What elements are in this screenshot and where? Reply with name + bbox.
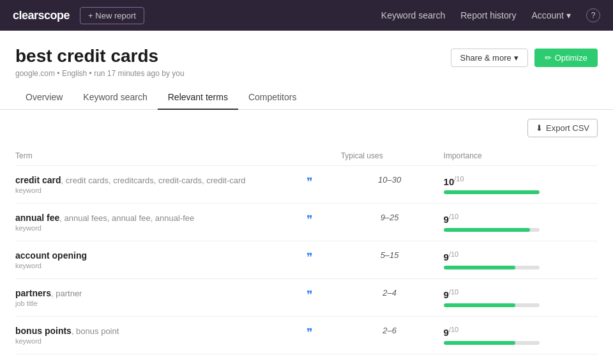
term-variants: , bonus point (72, 326, 119, 336)
navbar: clearscope + New report Keyword search R… (0, 0, 613, 31)
logo: clearscope (13, 9, 70, 22)
quote-icon[interactable]: ❞ (306, 176, 313, 188)
nav-help-button[interactable]: ? (586, 8, 600, 22)
term-variants: , annual fees, annual fee, annual-fee (59, 213, 194, 223)
progress-bar (444, 341, 540, 345)
typical-uses-cell: 2–6 (341, 317, 444, 354)
th-importance: Importance (444, 146, 598, 166)
importance-cell: 9/10 (444, 241, 598, 279)
importance-cell: 9/10 (444, 317, 598, 354)
page-title: best credit cards (15, 46, 185, 66)
export-csv-button[interactable]: ⬇ Export CSV (527, 119, 598, 137)
progress-bar-fill (444, 266, 516, 269)
terms-table: Term Typical uses Importance credit card… (15, 146, 598, 354)
nav-links: Keyword search Report history Account ▾ … (381, 8, 600, 22)
tab-overview[interactable]: Overview (15, 86, 73, 110)
table-row: partners, partnerjob title❞2–4 9/10 (15, 279, 598, 317)
new-report-button[interactable]: + New report (80, 7, 144, 24)
quote-cell[interactable]: ❞ (306, 317, 341, 354)
term-cell: account openingkeyword (15, 241, 306, 279)
term-tag: keyword (15, 262, 301, 269)
quote-cell[interactable]: ❞ (306, 279, 341, 317)
term-variants: , credit cards, creditcards, credit-card… (61, 176, 246, 185)
progress-bar (444, 303, 540, 307)
importance-score: 9/10 (444, 250, 593, 266)
table-row: credit card, credit cards, creditcards, … (15, 166, 598, 204)
term-name: bonus points (15, 326, 72, 336)
progress-bar (444, 190, 540, 194)
term-tag: keyword (15, 337, 301, 345)
quote-icon[interactable]: ❞ (306, 289, 313, 301)
term-name: partners (15, 288, 51, 298)
table-row: annual fee, annual fees, annual fee, ann… (15, 204, 598, 241)
importance-score: 9/10 (444, 213, 593, 228)
importance-score: 10/10 (444, 175, 593, 190)
progress-bar-fill (444, 228, 530, 232)
progress-bar (444, 266, 540, 269)
header-actions: Share & more ▾ ✏ Optimize (451, 49, 598, 67)
toolbar: ⬇ Export CSV (15, 110, 598, 146)
importance-cell: 9/10 (444, 204, 598, 241)
term-cell: bonus points, bonus pointkeyword (15, 317, 306, 354)
th-quote (306, 146, 341, 166)
quote-cell[interactable]: ❞ (306, 166, 341, 204)
page-header: best credit cards google.com • English •… (0, 31, 613, 86)
term-name: account opening (15, 250, 87, 261)
term-cell: credit card, credit cards, creditcards, … (15, 166, 306, 204)
quote-icon[interactable]: ❞ (306, 213, 313, 226)
term-tag: keyword (15, 186, 301, 194)
share-button[interactable]: Share & more ▾ (451, 49, 528, 67)
typical-uses-cell: 2–4 (341, 279, 444, 317)
term-variants: , partner (51, 289, 82, 298)
term-cell: annual fee, annual fees, annual fee, ann… (15, 204, 306, 241)
nav-report-history[interactable]: Report history (460, 10, 516, 20)
term-tag: keyword (15, 224, 301, 232)
progress-bar-fill (444, 303, 516, 307)
progress-bar (444, 228, 540, 232)
th-typical-uses: Typical uses (341, 146, 444, 166)
importance-cell: 10/10 (444, 166, 598, 204)
content-area: ⬇ Export CSV Term Typical uses Importanc… (0, 110, 613, 354)
progress-bar-fill (444, 190, 540, 194)
term-tag: job title (15, 300, 301, 307)
table-row: bonus points, bonus pointkeyword❞2–6 9/1… (15, 317, 598, 354)
page-meta: google.com • English • run 17 minutes ag… (15, 69, 185, 78)
table-header-row: Term Typical uses Importance (15, 146, 598, 166)
table-row: account openingkeyword❞5–15 9/10 (15, 241, 598, 279)
importance-score: 9/10 (444, 326, 593, 341)
nav-account[interactable]: Account ▾ (531, 10, 571, 20)
importance-cell: 9/10 (444, 279, 598, 317)
term-cell: partners, partnerjob title (15, 279, 306, 317)
quote-cell[interactable]: ❞ (306, 241, 341, 279)
progress-bar-fill (444, 341, 516, 345)
quote-cell[interactable]: ❞ (306, 204, 341, 241)
typical-uses-cell: 5–15 (341, 241, 444, 279)
typical-uses-cell: 10–30 (341, 166, 444, 204)
tab-relevant-terms[interactable]: Relevant terms (158, 86, 238, 110)
quote-icon[interactable]: ❞ (306, 326, 313, 339)
importance-score: 9/10 (444, 288, 593, 303)
th-term: Term (15, 146, 306, 166)
optimize-button[interactable]: ✏ Optimize (534, 49, 598, 67)
typical-uses-cell: 9–25 (341, 204, 444, 241)
tab-keyword-search[interactable]: Keyword search (73, 86, 157, 110)
tab-competitors[interactable]: Competitors (238, 86, 306, 110)
nav-keyword-search[interactable]: Keyword search (381, 10, 445, 20)
term-name: annual fee (15, 213, 59, 223)
tabs: Overview Keyword search Relevant terms C… (0, 86, 613, 110)
quote-icon[interactable]: ❞ (306, 251, 313, 264)
term-name: credit card (15, 175, 61, 185)
title-block: best credit cards google.com • English •… (15, 46, 185, 78)
